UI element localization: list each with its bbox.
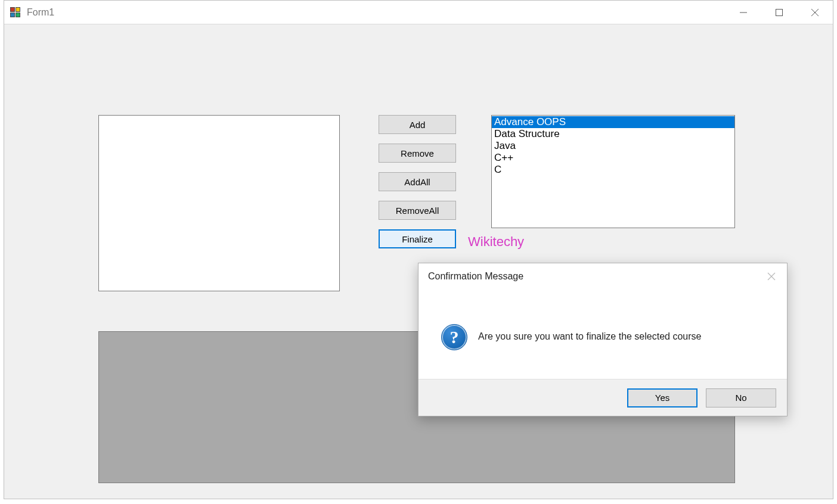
dialog-title: Confirmation Message [428,271,523,282]
dialog-close-button[interactable] [756,263,787,290]
left-listbox[interactable] [98,115,340,291]
close-icon [811,8,819,17]
button-label: Remove [401,148,434,158]
question-icon: ? [441,324,467,350]
removeall-button[interactable]: RemoveAll [379,201,456,220]
right-listbox[interactable]: Advance OOPSData StructureJavaC++C [491,115,735,228]
dialog-message: Are you sure you want to finalize the se… [478,331,775,342]
no-button[interactable]: No [706,388,776,407]
dialog-body: ? Are you sure you want to finalize the … [418,290,787,380]
yes-button[interactable]: Yes [627,388,698,407]
add-button[interactable]: Add [379,115,456,134]
maximize-icon [775,8,783,17]
list-item[interactable]: C++ [492,152,734,164]
app-icon [10,7,21,18]
minimize-button[interactable] [726,1,761,24]
button-label: Add [410,120,426,130]
client-area: Add Remove AddAll RemoveAll Finalize Adv… [4,24,833,499]
button-label: RemoveAll [396,206,439,216]
titlebar[interactable]: Form1 [4,1,833,24]
main-window: Form1 Add Remove AddAll RemoveAll [4,0,833,499]
button-label: AddAll [404,177,430,187]
button-label: Finalize [402,234,433,244]
window-controls [726,1,833,24]
dialog-footer: Yes No [418,379,787,416]
watermark-text: Wikitechy [468,234,524,250]
svg-rect-1 [776,10,783,16]
remove-button[interactable]: Remove [379,144,456,163]
button-label: No [735,393,746,403]
finalize-button[interactable]: Finalize [379,229,456,248]
dialog-titlebar[interactable]: Confirmation Message [418,263,787,290]
addall-button[interactable]: AddAll [379,172,456,191]
minimize-icon [739,8,748,17]
list-item[interactable]: Advance OOPS [492,116,734,128]
list-item[interactable]: Java [492,140,734,152]
list-item[interactable]: Data Structure [492,128,734,140]
window-title: Form1 [27,7,54,18]
button-label: Yes [655,393,669,403]
maximize-button[interactable] [761,1,797,24]
list-item[interactable]: C [492,164,734,176]
close-button[interactable] [797,1,833,24]
confirmation-dialog: Confirmation Message ? Are you sure you … [418,263,788,416]
close-icon [767,272,776,281]
